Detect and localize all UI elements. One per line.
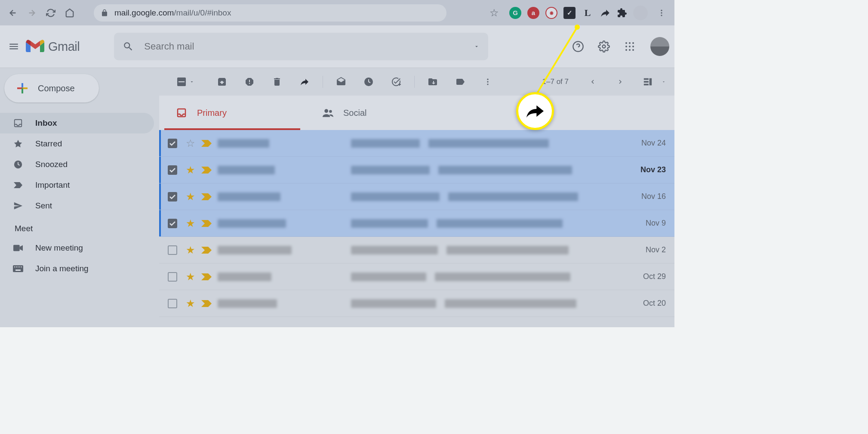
account-avatar[interactable] [650, 37, 669, 56]
important-marker-icon[interactable] [201, 140, 212, 147]
extension-L-icon[interactable]: L [582, 7, 594, 19]
extension-icon[interactable]: ◉ [545, 7, 557, 19]
mark-read-button[interactable] [332, 72, 351, 91]
keyboard-icon [13, 265, 23, 272]
email-row[interactable]: ★Oct 20 [159, 290, 674, 317]
important-marker-icon[interactable] [201, 220, 212, 227]
svg-point-6 [629, 42, 631, 44]
move-to-button[interactable] [423, 72, 442, 91]
search-options-dropdown[interactable] [474, 43, 480, 50]
email-row[interactable]: ★Nov 9 [159, 210, 674, 237]
svg-rect-39 [168, 192, 177, 202]
browser-profile-icon[interactable] [633, 6, 648, 20]
star-icon[interactable]: ★ [186, 244, 195, 256]
star-icon[interactable]: ★ [186, 217, 195, 229]
more-button[interactable] [478, 72, 497, 91]
important-icon [13, 181, 23, 189]
star-icon[interactable]: ★ [186, 271, 195, 283]
select-all-checkbox[interactable] [172, 72, 191, 91]
email-row[interactable]: ☆Nov 24 [159, 130, 674, 157]
important-marker-icon[interactable] [201, 247, 212, 254]
browser-home-button[interactable] [62, 5, 77, 21]
address-bar[interactable]: mail.google.com/mail/u/0/#inbox [94, 4, 446, 22]
tab-primary[interactable]: Primary [159, 96, 305, 130]
row-checkbox[interactable] [168, 165, 177, 175]
important-marker-icon[interactable] [201, 193, 212, 200]
email-row[interactable]: ★Oct 29 [159, 264, 674, 290]
content-area: 1–7 of 7 Primary Social ☆Nov 24★Nov 23★N… [159, 68, 674, 327]
star-icon[interactable]: ★ [186, 164, 195, 176]
spam-button[interactable] [240, 72, 259, 91]
people-icon [323, 108, 333, 117]
extension-check-icon[interactable]: ✓ [563, 7, 576, 19]
density-button[interactable] [638, 72, 657, 91]
tab-label: Primary [197, 108, 227, 118]
email-date: Nov 16 [623, 192, 666, 201]
row-checkbox[interactable] [168, 272, 177, 282]
subject [351, 299, 623, 308]
delete-button[interactable] [268, 72, 286, 91]
sidebar-item-inbox[interactable]: Inbox [0, 113, 154, 133]
bookmark-star-icon[interactable]: ☆ [489, 7, 499, 19]
browser-back-button[interactable] [5, 5, 21, 21]
labels-button[interactable] [451, 72, 470, 91]
important-marker-icon[interactable] [201, 300, 212, 307]
help-button[interactable] [569, 38, 587, 55]
search-box[interactable] [114, 33, 488, 60]
extension-share-icon[interactable] [600, 7, 611, 19]
row-checkbox[interactable] [168, 139, 177, 148]
density-dropdown[interactable] [662, 80, 666, 84]
apps-grid-button[interactable] [621, 38, 638, 55]
svg-rect-30 [644, 78, 649, 80]
email-row[interactable]: ★Nov 2 [159, 237, 674, 264]
important-marker-icon[interactable] [201, 273, 212, 280]
search-input[interactable] [144, 41, 468, 52]
row-checkbox[interactable] [168, 192, 177, 202]
prev-page-button[interactable] [583, 72, 602, 91]
add-task-button[interactable] [387, 72, 406, 91]
email-row[interactable]: ★Nov 16 [159, 183, 674, 210]
snooze-button[interactable] [359, 72, 378, 91]
browser-reload-button[interactable] [43, 5, 58, 21]
row-checkbox[interactable] [168, 299, 177, 308]
sidebar-item-starred[interactable]: Starred [0, 133, 154, 154]
sidebar-item-new-meeting[interactable]: New meeting [0, 238, 154, 258]
svg-rect-38 [168, 165, 177, 175]
extension-grammarly-icon[interactable]: G [509, 7, 521, 19]
compose-button[interactable]: Compose [4, 74, 99, 102]
gmail-logo[interactable]: Gmail [26, 39, 80, 54]
settings-button[interactable] [595, 38, 613, 55]
svg-point-11 [625, 49, 627, 51]
sidebar-item-join-meeting[interactable]: Join a meeting [0, 258, 154, 279]
sidebar-label: Sent [35, 201, 52, 211]
browser-menu-button[interactable] [654, 5, 669, 21]
sidebar-item-important[interactable]: Important [0, 175, 154, 195]
sender [218, 166, 329, 174]
row-checkbox[interactable] [168, 219, 177, 228]
star-icon[interactable]: ☆ [186, 137, 195, 149]
sidebar-item-sent[interactable]: Sent [0, 195, 154, 216]
extensions-puzzle-icon[interactable] [617, 8, 627, 18]
forward-button[interactable] [295, 72, 314, 91]
separator [323, 76, 323, 88]
important-marker-icon[interactable] [201, 167, 212, 174]
sidebar-item-snoozed[interactable]: Snoozed [0, 154, 154, 175]
sidebar-label: Starred [35, 139, 62, 149]
select-dropdown[interactable] [189, 79, 198, 84]
inbox-icon [13, 118, 23, 128]
next-page-button[interactable] [611, 72, 630, 91]
main-menu-button[interactable] [3, 36, 24, 57]
email-date: Oct 20 [623, 299, 666, 308]
browser-forward-button[interactable] [24, 5, 40, 21]
extension-adblock-icon[interactable]: a [527, 7, 539, 19]
svg-point-29 [487, 84, 488, 85]
star-icon[interactable]: ★ [186, 191, 195, 203]
tab-social[interactable]: Social [305, 96, 452, 130]
row-checkbox[interactable] [168, 245, 177, 255]
archive-button[interactable] [212, 72, 231, 91]
email-row[interactable]: ★Nov 23 [159, 157, 674, 183]
svg-rect-43 [168, 299, 177, 308]
search-icon [123, 41, 134, 52]
star-icon[interactable]: ★ [186, 298, 195, 310]
svg-point-1 [661, 12, 662, 13]
